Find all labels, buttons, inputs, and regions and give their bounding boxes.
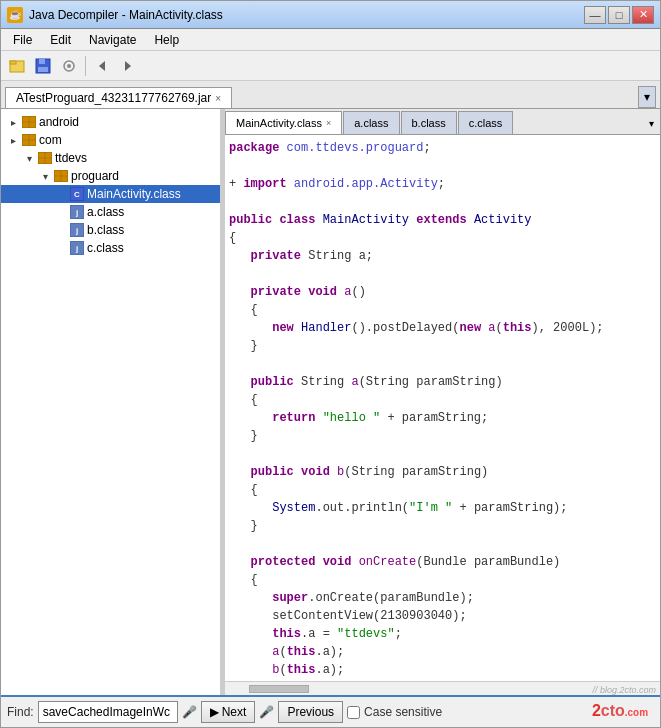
titlebar-left: ☕ Java Decompiler - MainActivity.class (7, 7, 223, 23)
tree-label-bclass: b.class (87, 223, 124, 237)
code-line: private void a() (225, 283, 660, 301)
titlebar: ☕ Java Decompiler - MainActivity.class —… (1, 1, 660, 29)
tree-label-android: android (39, 115, 79, 129)
open-button[interactable] (5, 55, 29, 77)
svg-marker-7 (99, 61, 105, 71)
toolbar-separator-1 (85, 56, 86, 76)
menubar: File Edit Navigate Help (1, 29, 660, 51)
code-tab-cclass[interactable]: c.class (458, 111, 514, 134)
app-icon: ☕ (7, 7, 23, 23)
code-editor[interactable]: package com.ttdevs.proguard; + import an… (225, 135, 660, 681)
menu-navigate[interactable]: Navigate (81, 31, 144, 49)
code-line: protected void onCreate(Bundle paramBund… (225, 553, 660, 571)
code-line: { (225, 481, 660, 499)
svg-marker-8 (125, 61, 131, 71)
tree-node-aclass[interactable]: j a.class (1, 203, 220, 221)
toolbar (1, 51, 660, 81)
code-line (225, 535, 660, 553)
jar-tab-close[interactable]: × (215, 93, 221, 104)
right-panel: MainActivity.class × a.class b.class c.c… (225, 109, 660, 695)
code-line: public class MainActivity extends Activi… (225, 211, 660, 229)
jar-tab-dropdown[interactable]: ▾ (638, 86, 656, 108)
tree-node-com[interactable]: ▸ com (1, 131, 220, 149)
code-tab-cclass-label: c.class (469, 117, 503, 129)
code-line: public String a(String paramString) (225, 373, 660, 391)
tree-node-proguard[interactable]: ▾ proguard (1, 167, 220, 185)
settings-button[interactable] (57, 55, 81, 77)
code-line (225, 265, 660, 283)
code-tab-mainactivity[interactable]: MainActivity.class × (225, 111, 342, 134)
pkg-icon-com (21, 133, 37, 147)
minimize-button[interactable]: — (584, 6, 606, 24)
svg-text:j: j (75, 226, 78, 235)
code-line (225, 445, 660, 463)
jar-tabstrip: ATestProguard_43231177762769.jar × ▾ (1, 81, 660, 109)
svg-point-6 (67, 64, 71, 68)
menu-edit[interactable]: Edit (42, 31, 79, 49)
code-tab-dropdown[interactable]: ▾ (642, 112, 660, 134)
menu-file[interactable]: File (5, 31, 40, 49)
expander-com[interactable]: ▸ (5, 132, 21, 148)
jar-tab[interactable]: ATestProguard_43231177762769.jar × (5, 87, 232, 108)
code-line: System.out.println("I'm " + paramString)… (225, 499, 660, 517)
tree-label-com: com (39, 133, 62, 147)
tree-label-ttdevs: ttdevs (55, 151, 87, 165)
jar-tab-label: ATestProguard_43231177762769.jar (16, 91, 211, 105)
code-line (225, 355, 660, 373)
expander-android[interactable]: ▸ (5, 114, 21, 130)
close-button[interactable]: ✕ (632, 6, 654, 24)
find-prev-arrow-icon: 🎤 (259, 705, 274, 719)
code-line: super.onCreate(paramBundle); (225, 589, 660, 607)
back-button[interactable] (90, 55, 114, 77)
tree-label-cclass: c.class (87, 241, 124, 255)
titlebar-controls: — □ ✕ (584, 6, 654, 24)
findbar: Find: 🎤 ▶ Next 🎤 Previous Case sensitive (1, 695, 660, 727)
class-icon-aclass: j (69, 205, 85, 219)
find-mic-icon: 🎤 (182, 705, 197, 719)
tree-label-mainactivity: MainActivity.class (87, 187, 181, 201)
code-line: this.a = "ttdevs"; (225, 625, 660, 643)
code-tab-bclass[interactable]: b.class (401, 111, 457, 134)
code-line: new Handler().postDelayed(new a(this), 2… (225, 319, 660, 337)
expander-mainactivity (53, 186, 69, 202)
code-tab-aclass[interactable]: a.class (343, 111, 399, 134)
code-line: + import android.app.Activity; (225, 175, 660, 193)
expander-proguard[interactable]: ▾ (37, 168, 53, 184)
svg-text:j: j (75, 244, 78, 253)
code-tab-aclass-label: a.class (354, 117, 388, 129)
svg-rect-4 (38, 67, 48, 72)
find-input[interactable] (38, 701, 178, 723)
file-tree: ▸ android ▸ (1, 109, 221, 695)
expander-bclass (53, 222, 69, 238)
save-button[interactable] (31, 55, 55, 77)
code-line: return "hello " + paramString; (225, 409, 660, 427)
next-arrow-icon: ▶ (210, 705, 219, 719)
watermark: // blog.2cto.com (592, 685, 656, 695)
code-line: } (225, 517, 660, 535)
code-line: package com.ttdevs.proguard; (225, 139, 660, 157)
code-line: { (225, 229, 660, 247)
code-line: { (225, 391, 660, 409)
case-sensitive-checkbox[interactable] (347, 706, 360, 719)
class-icon-cclass: j (69, 241, 85, 255)
next-label: Next (222, 705, 247, 719)
tree-node-android[interactable]: ▸ android (1, 113, 220, 131)
expander-ttdevs[interactable]: ▾ (21, 150, 37, 166)
next-button[interactable]: ▶ Next (201, 701, 256, 723)
maximize-button[interactable]: □ (608, 6, 630, 24)
code-line: { (225, 301, 660, 319)
forward-button[interactable] (116, 55, 140, 77)
menu-help[interactable]: Help (146, 31, 187, 49)
prev-button[interactable]: Previous (278, 701, 343, 723)
class-icon-bclass: j (69, 223, 85, 237)
code-line: } (225, 427, 660, 445)
tree-node-ttdevs[interactable]: ▾ ttdevs (1, 149, 220, 167)
svg-text:C: C (74, 190, 80, 199)
tree-node-mainactivity[interactable]: C MainActivity.class (1, 185, 220, 203)
tree-node-bclass[interactable]: j b.class (1, 221, 220, 239)
class-icon-mainactivity: C (69, 187, 85, 201)
code-line: setContentView(2130903040); (225, 607, 660, 625)
code-tab-mainactivity-close[interactable]: × (326, 118, 331, 128)
tree-node-cclass[interactable]: j c.class (1, 239, 220, 257)
pkg-icon-ttdevs (37, 151, 53, 165)
